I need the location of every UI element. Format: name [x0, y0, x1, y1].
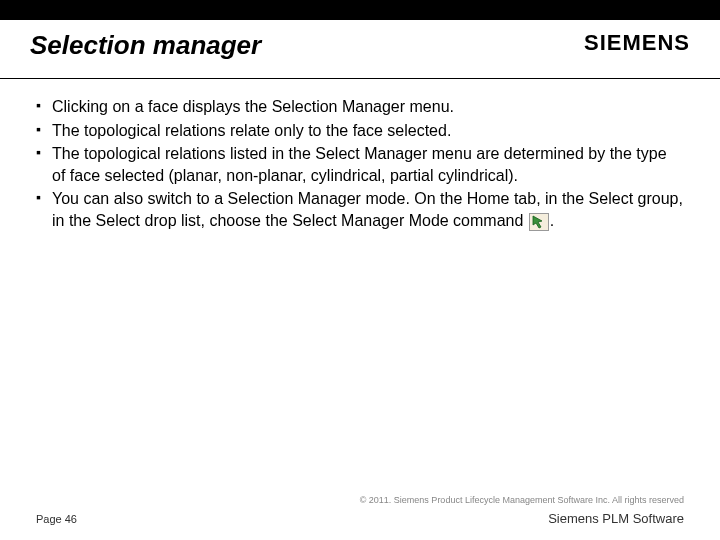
select-manager-mode-icon: [529, 213, 549, 231]
list-item-text: The topological relations listed in the …: [52, 145, 667, 184]
footer: © 2011. Siemens Product Lifecycle Manage…: [36, 495, 684, 526]
list-item-text: Clicking on a face displays the Selectio…: [52, 98, 454, 115]
product-name: Siemens PLM Software: [548, 511, 684, 526]
body-content: Clicking on a face displays the Selectio…: [36, 96, 684, 234]
bullet-list: Clicking on a face displays the Selectio…: [36, 96, 684, 232]
list-item: You can also switch to a Selection Manag…: [36, 188, 684, 231]
copyright-text: © 2011. Siemens Product Lifecycle Manage…: [36, 495, 684, 505]
page-number: Page 46: [36, 513, 77, 525]
header-divider: [0, 78, 720, 79]
list-item: Clicking on a face displays the Selectio…: [36, 96, 684, 118]
list-item-text: You can also switch to a Selection Manag…: [52, 190, 683, 229]
list-item-text: The topological relations relate only to…: [52, 122, 451, 139]
slide: Selection manager SIEMENS Clicking on a …: [0, 0, 720, 540]
top-black-bar: [0, 0, 720, 20]
list-item: The topological relations listed in the …: [36, 143, 684, 186]
svg-marker-0: [533, 216, 542, 228]
list-item-trailing: .: [550, 212, 554, 229]
list-item: The topological relations relate only to…: [36, 120, 684, 142]
footer-line: Page 46 Siemens PLM Software: [36, 511, 684, 526]
siemens-logo: SIEMENS: [584, 30, 690, 56]
